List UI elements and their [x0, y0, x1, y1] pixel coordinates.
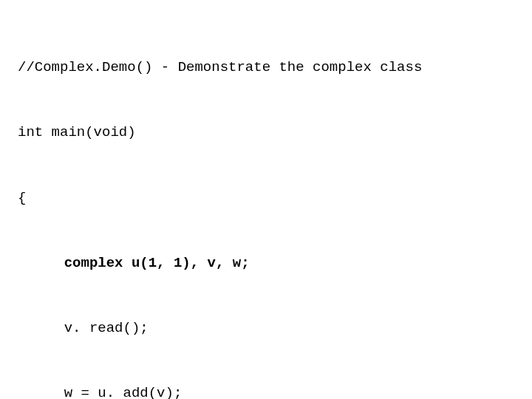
open-brace: {	[18, 188, 514, 209]
code-statement: w = u. add(v);	[18, 383, 514, 399]
comment-line: //Complex.Demo() - Demonstrate the compl…	[18, 57, 514, 78]
code-block: //Complex.Demo() - Demonstrate the compl…	[18, 13, 514, 399]
declaration-line: complex u(1, 1), v, w;	[18, 253, 514, 274]
code-statement: v. read();	[18, 318, 514, 339]
function-signature: int main(void)	[18, 122, 514, 143]
